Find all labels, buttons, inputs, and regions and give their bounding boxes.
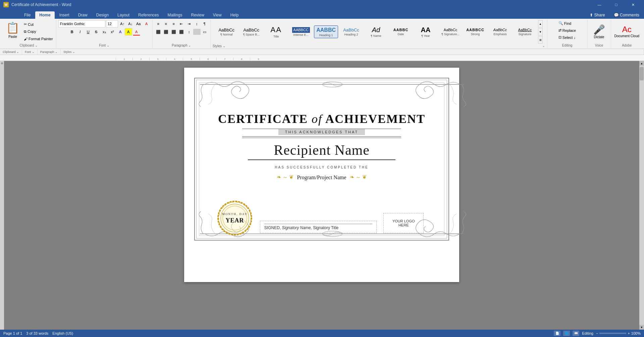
share-button[interactable]: ⬆ Share — [586, 11, 609, 19]
cert-recipient[interactable]: Recipient Name — [274, 142, 370, 158]
style-name[interactable]: Ad ¶ Name — [364, 24, 388, 39]
style-year[interactable]: AA ¶ Year — [414, 24, 437, 39]
tab-mailings[interactable]: Mailings — [163, 11, 186, 19]
numbering-button[interactable]: ≡ — [162, 20, 170, 27]
style-title[interactable]: AA Title — [264, 24, 288, 39]
editing-mode[interactable]: Editing — [582, 331, 593, 335]
scroll-down-button[interactable]: ▼ — [639, 325, 644, 330]
cert-completed[interactable]: HAS SUCCESSFULLY COMPLETED THE — [275, 165, 369, 169]
comments-button[interactable]: 💬 Comments — [610, 11, 643, 19]
tab-draw[interactable]: Draw — [74, 11, 92, 19]
cert-logo[interactable]: YOUR LOGO HERE — [383, 213, 424, 233]
close-button[interactable]: ✕ — [625, 0, 641, 9]
style-intense-emphasis[interactable]: AABBCC Intense E... — [289, 26, 313, 38]
page-info[interactable]: Page 1 of 1 — [3, 331, 22, 335]
underline-button[interactable]: U — [85, 28, 92, 36]
minimize-button[interactable]: — — [592, 0, 607, 9]
bold-button[interactable]: B — [68, 28, 76, 36]
clear-format-button[interactable]: A — [143, 20, 150, 27]
styles-dialog-launcher[interactable]: ⌄ — [542, 44, 545, 48]
right-scrollbar[interactable]: ▲ ▼ — [639, 61, 644, 330]
tab-view[interactable]: View — [209, 11, 226, 19]
tab-references[interactable]: References — [134, 11, 163, 19]
bullets-button[interactable]: ≡ — [155, 20, 162, 27]
text-highlight-button[interactable]: A — [125, 28, 132, 36]
zoom-slider[interactable] — [599, 333, 626, 334]
replace-button[interactable]: ⇄ Replace — [556, 27, 578, 33]
style-heading2[interactable]: AaBbCc Heading 2 — [339, 26, 363, 38]
style-signature2[interactable]: AaBbCc Signature — [513, 26, 537, 37]
style-heading1[interactable]: AABBC Heading 1 — [314, 25, 338, 38]
read-mode-button[interactable]: 📖 — [573, 331, 579, 336]
style-date[interactable]: AABBC Date — [389, 26, 413, 37]
justify-button[interactable]: ⬛ — [178, 28, 185, 36]
tab-insert[interactable]: Insert — [55, 11, 73, 19]
strikethrough-button[interactable]: S — [93, 28, 100, 36]
style-emphasis[interactable]: AaBbCc Emphasis — [488, 26, 512, 37]
tab-review[interactable]: Review — [187, 11, 208, 19]
print-layout-button[interactable]: 📄 — [554, 331, 560, 336]
style-signature[interactable]: AaBbCc ¶ Signature... — [439, 26, 462, 37]
cert-subtitle[interactable]: THIS ACKNOWLEDGES THAT — [278, 129, 365, 135]
align-left-button[interactable]: ⬛ — [155, 28, 162, 36]
document-cloud-button[interactable]: Ac Document Cloud — [613, 23, 641, 40]
superscript-button[interactable]: x² — [109, 28, 116, 36]
zoom-in-icon[interactable]: + — [628, 331, 630, 335]
subscript-button[interactable]: x₂ — [101, 28, 108, 36]
zoom-out-icon[interactable]: − — [596, 331, 598, 335]
font-size-input[interactable] — [106, 20, 118, 27]
style-strong[interactable]: AABBCC Strong — [464, 26, 487, 37]
styles-scroll-up[interactable]: ▲ — [538, 20, 543, 27]
zoom-control[interactable]: − + 100% — [596, 331, 641, 335]
web-layout-button[interactable]: 🌐 — [563, 331, 570, 336]
certificate[interactable]: CERTIFICATE of ACHIEVEMENT THIS ACKNOWLE… — [194, 78, 449, 241]
maximize-button[interactable]: □ — [608, 0, 624, 9]
scroll-up-button[interactable]: ▲ — [639, 61, 644, 66]
page[interactable]: CERTIFICATE of ACHIEVEMENT THIS ACKNOWLE… — [184, 68, 459, 282]
change-case-button[interactable]: Aa — [135, 20, 142, 27]
multilevel-button[interactable]: ≡ — [170, 20, 177, 27]
clipboard-dialog[interactable]: Clipboard ⌄ — [0, 49, 22, 55]
sort-button[interactable]: ↕ — [193, 20, 201, 27]
styles-dialog[interactable]: Styles ⌄ — [61, 49, 644, 55]
tab-layout[interactable]: Layout — [113, 11, 133, 19]
word-count[interactable]: 3 of 33 words — [26, 331, 48, 335]
dictate-button[interactable]: 🎤 Dictate — [592, 23, 606, 40]
style-normal[interactable]: AaBbCc ¶ Normal — [215, 26, 238, 38]
scroll-thumb[interactable] — [640, 67, 644, 80]
font-dialog[interactable]: Font ⌄ — [22, 49, 38, 55]
language-indicator[interactable]: English (US) — [52, 331, 73, 335]
font-color-button[interactable]: A — [133, 28, 140, 36]
tab-home[interactable]: Home — [35, 11, 54, 19]
paste-button[interactable]: 📋 Paste — [3, 20, 22, 40]
align-center-button[interactable]: ⬛ — [162, 28, 170, 36]
increase-indent-button[interactable]: ⇥ — [185, 20, 193, 27]
align-right-button[interactable]: ⬛ — [170, 28, 177, 36]
cert-program[interactable]: Program/Project Name — [297, 175, 346, 181]
find-button[interactable]: 🔍 Find — [556, 20, 573, 26]
select-button[interactable]: ⊡ Select ↓ — [556, 34, 578, 41]
italic-button[interactable]: I — [76, 28, 84, 36]
tab-design[interactable]: Design — [92, 11, 113, 19]
increase-font-button[interactable]: A↑ — [119, 20, 126, 27]
cut-button[interactable]: ✂ Cut — [23, 22, 54, 27]
copy-button[interactable]: ⧉ Copy — [23, 29, 54, 34]
cert-title[interactable]: CERTIFICATE of ACHIEVEMENT — [218, 112, 425, 126]
styles-expand[interactable]: ⊞ — [538, 36, 543, 44]
decrease-font-button[interactable]: A↓ — [127, 20, 134, 27]
line-spacing-button[interactable]: ↕ — [185, 28, 193, 36]
tab-help[interactable]: Help — [226, 11, 243, 19]
format-painter-button[interactable]: 🖌 Format Painter — [23, 37, 54, 41]
cert-sign-area[interactable]: SIGNED, Signatory Name, Signatory Title — [260, 221, 377, 233]
decrease-indent-button[interactable]: ⇤ — [178, 20, 185, 27]
shading-button[interactable] — [193, 29, 201, 35]
text-effects-button[interactable]: A — [117, 28, 124, 36]
show-marks-button[interactable]: ¶ — [201, 20, 208, 27]
border-button[interactable]: ▭ — [201, 28, 208, 36]
paragraph-dialog[interactable]: Paragraph ⌄ — [38, 49, 61, 55]
tab-file[interactable]: File — [20, 11, 35, 19]
style-space-before[interactable]: AaBbCc ¶ Space B... — [239, 26, 263, 38]
font-face-input[interactable] — [58, 20, 105, 27]
styles-scroll-down[interactable]: ▼ — [538, 28, 543, 36]
document-area[interactable]: CERTIFICATE of ACHIEVEMENT THIS ACKNOWLE… — [4, 61, 639, 330]
